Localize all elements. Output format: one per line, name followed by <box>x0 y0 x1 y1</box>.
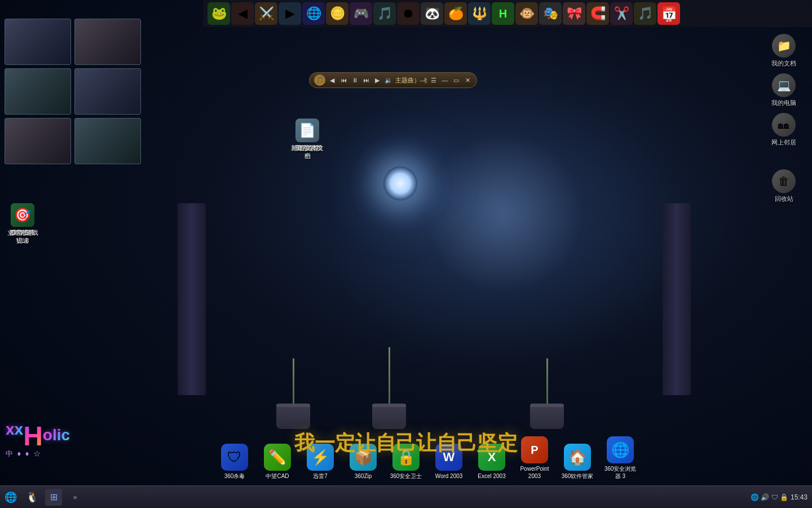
dock-icon-music2[interactable]: 🎵 <box>634 2 656 25</box>
taskbar-start-menu[interactable]: ⊞ <box>45 489 62 506</box>
taskbar-expand[interactable]: » <box>67 489 83 506</box>
dock-icon-record[interactable]: ⏺ <box>397 2 420 25</box>
dock-icon-play[interactable]: ▶ <box>279 2 301 25</box>
mp-title: 主题曲）--徐 <box>395 76 427 85</box>
plant-pot-left <box>276 358 310 429</box>
moon-decoration <box>383 167 417 200</box>
pillar-right <box>663 203 691 395</box>
thumbnail-5[interactable] <box>5 118 71 164</box>
dock-icon-calendar[interactable]: 📅 25 <box>657 2 680 25</box>
plant-pot-center <box>372 347 406 429</box>
thumbnail-2[interactable] <box>74 19 141 65</box>
mp-prev[interactable]: ◀ <box>328 77 337 84</box>
plant-pot-right <box>530 358 564 429</box>
dock-icon-frog[interactable]: 🐸 <box>208 2 230 25</box>
taskbar-icon-volume[interactable]: 🔊 <box>761 493 769 501</box>
taskbar-right-area: 🌐 🔊 🛡 🔒 15:43 <box>751 493 807 501</box>
dock-icon-crossfire[interactable]: ⚔️ <box>255 2 277 25</box>
right-icon-mycomp[interactable]: 💻 我的电脑 <box>765 73 803 107</box>
right-icon-recycle[interactable]: 🗑 回收站 <box>765 169 803 203</box>
dock-icon-ie[interactable]: 🌐 <box>302 2 325 25</box>
taskbar-clock: 15:43 <box>791 493 807 501</box>
mp-rewind[interactable]: ⏮ <box>339 77 348 84</box>
taskbar-icon-security[interactable]: 🛡 <box>771 493 778 501</box>
dock-icon-back[interactable]: ◀ <box>231 2 254 25</box>
dock-icon-monkey[interactable]: 🐵 <box>515 2 538 25</box>
right-icons: 📁 我的文档 💻 我的电脑 🏘 网上邻居 🗑 回收站 <box>765 34 803 203</box>
taskbar-icon-360[interactable]: 🔒 <box>780 493 788 501</box>
mp-resize[interactable]: ▭ <box>452 77 461 84</box>
media-player: 🎵 ◀ ⏮ ⏸ ⏭ ▶ 🔉 主题曲）--徐 ☰ — ▭ ✕ <box>309 72 477 88</box>
taskbar-icon-network[interactable]: 🌐 <box>751 493 759 501</box>
thumbnail-4[interactable] <box>74 68 141 115</box>
taskbar: 🌐 🐧 ⊞ » 🌐 🔊 🛡 🔒 15:43 <box>0 485 812 508</box>
top-dock: 🐸 ◀ ⚔️ ▶ 🌐 🪙 🎮 🎵 ⏺ 🐼 🍊 🔱 H 🐵 🎭 🎀 🧲 ✂️ 🎵 … <box>203 0 812 27</box>
thumbnail-1[interactable] <box>5 19 71 65</box>
mp-logo: 🎵 <box>314 75 325 86</box>
dock-icon-game[interactable]: 🎮 <box>350 2 372 25</box>
thumbnail-area <box>0 14 214 169</box>
dock-icon-H[interactable]: H <box>492 2 514 25</box>
thumbnail-3[interactable] <box>5 68 71 115</box>
mp-volume[interactable]: 🔉 <box>384 77 393 84</box>
dock-icon-scissors[interactable]: ✂️ <box>610 2 633 25</box>
slogan: 我一定让自己让自己坚定 <box>0 430 812 457</box>
taskbar-globe[interactable]: 🌐 <box>2 489 19 506</box>
dock-icon-trident[interactable]: 🔱 <box>468 2 491 25</box>
icon-newdoc[interactable]: 📄 新建 文本文档 <box>288 119 327 160</box>
mp-close[interactable]: ✕ <box>463 77 472 84</box>
mp-pause[interactable]: ⏸ <box>350 77 359 84</box>
mp-next[interactable]: ▶ <box>373 77 382 84</box>
dock-icon-music[interactable]: 🎵 <box>373 2 396 25</box>
dock-icon-mask[interactable]: 🎭 <box>539 2 562 25</box>
icon-speedup[interactable]: 🎯 立即为游戏提速 <box>3 203 42 245</box>
mp-minimize[interactable]: — <box>440 77 449 84</box>
dock-icon-orange[interactable]: 🍊 <box>444 2 467 25</box>
dock-icon-orange2[interactable]: 🧲 <box>586 2 609 25</box>
taskbar-sys-icons: 🌐 🔊 🛡 🔒 <box>751 493 788 501</box>
mp-list[interactable]: ☰ <box>429 77 438 84</box>
right-icon-neighbor[interactable]: 🏘 网上邻居 <box>765 113 803 147</box>
pillar-left <box>178 203 206 395</box>
dock-icon-bow[interactable]: 🎀 <box>563 2 585 25</box>
dock-icon-coin[interactable]: 🪙 <box>326 2 348 25</box>
dock-icon-panda[interactable]: 🐼 <box>421 2 443 25</box>
taskbar-qq[interactable]: 🐧 <box>24 489 41 506</box>
right-icon-mydocs[interactable]: 📁 我的文档 <box>765 34 803 68</box>
mp-forward[interactable]: ⏭ <box>361 77 370 84</box>
thumbnail-6[interactable] <box>74 118 141 164</box>
